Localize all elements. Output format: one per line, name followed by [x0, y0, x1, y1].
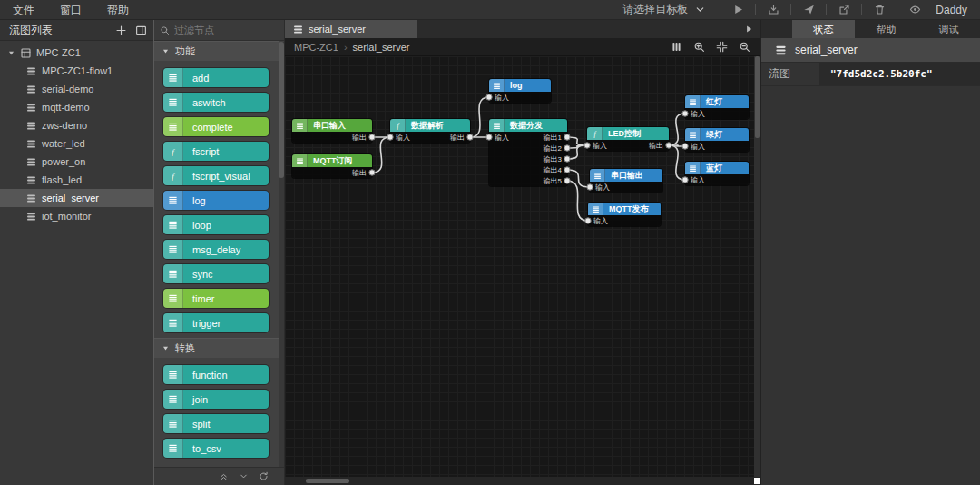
- node-title: 蓝灯: [701, 162, 722, 174]
- palette-node-msg_delay[interactable]: msg_delay: [163, 240, 269, 259]
- inspector-tab-调试[interactable]: 调试: [917, 20, 980, 38]
- node-port-row: 输入: [590, 182, 662, 193]
- tree-item-water_led[interactable]: water_led: [0, 134, 153, 153]
- palette-node-aswitch[interactable]: aswitch: [163, 93, 269, 112]
- menu-item-窗口[interactable]: 窗口: [47, 0, 94, 20]
- trash-icon[interactable]: [866, 0, 893, 20]
- list-icon: [163, 68, 183, 87]
- eye-icon[interactable]: [901, 0, 928, 20]
- input-port-label: 输入: [691, 109, 705, 119]
- palette-list: 功能addaswitchcompleteffscriptffscript_vis…: [154, 41, 284, 467]
- palette-node-label: timer: [183, 293, 214, 304]
- node-header: MQTT发布: [588, 203, 661, 215]
- flow-node-mqtt_sub[interactable]: MQTT订阅输出: [292, 154, 372, 178]
- inspector-tab-状态[interactable]: 状态: [792, 20, 855, 38]
- palette-section-转换[interactable]: 转换: [154, 338, 279, 358]
- flow-icon: [25, 156, 37, 168]
- node-header: fLED控制: [587, 127, 669, 140]
- palette-node-sync[interactable]: sync: [163, 264, 269, 283]
- zoom-in-icon[interactable]: [691, 40, 706, 54]
- palette-node-add[interactable]: add: [163, 68, 269, 87]
- send-icon[interactable]: [795, 0, 822, 20]
- flow-node-led_ctrl[interactable]: fLED控制输入输出: [587, 127, 669, 151]
- play-icon[interactable]: [724, 0, 751, 20]
- flow-node-log[interactable]: log输入: [489, 79, 551, 103]
- list-icon: [685, 95, 701, 108]
- palette-node-trigger[interactable]: trigger: [163, 313, 269, 332]
- tree-item-flash_led[interactable]: flash_led: [0, 171, 153, 189]
- flow-icon: [25, 193, 37, 204]
- palette-node-loop[interactable]: loop: [163, 215, 269, 234]
- output-port-label: 输出1: [544, 133, 562, 143]
- zoom-out-icon[interactable]: [737, 40, 751, 54]
- refresh-palette-icon[interactable]: [255, 470, 271, 484]
- list-icon: [685, 162, 701, 174]
- flow-node-serial_out[interactable]: 串口输出输入: [590, 169, 662, 193]
- palette-node-join[interactable]: join: [163, 390, 269, 409]
- palette-node-complete[interactable]: complete: [163, 117, 269, 136]
- tree-item-zws-demo[interactable]: zws-demo: [0, 116, 153, 134]
- palette-node-fscript_visual[interactable]: ffscript_visual: [163, 166, 269, 185]
- flow-icon: [25, 174, 37, 186]
- breadcrumb-root[interactable]: MPC-ZC1: [294, 42, 338, 53]
- flow-node-parse[interactable]: f数据解析输入输出: [390, 119, 470, 143]
- inspector-row: 流图"7fd5d2c2.5b20fc": [761, 63, 980, 86]
- palette-node-function[interactable]: function: [163, 365, 269, 384]
- canvas-hscrollbar[interactable]: [285, 477, 760, 485]
- caret-down-icon[interactable]: [7, 49, 15, 57]
- toolbar-separator: [720, 4, 720, 15]
- tab-serial-server[interactable]: serial_server: [285, 20, 417, 38]
- tree-item-MPC-ZC1-flow1[interactable]: MPC-ZC1-flow1: [0, 62, 153, 80]
- tree-item-root[interactable]: MPC-ZC1: [0, 44, 153, 62]
- node-port-row: 输入: [685, 141, 749, 152]
- output-port-label: 输出4: [544, 165, 562, 175]
- palette-node-to_csv[interactable]: to_csv: [163, 439, 269, 458]
- tab-scroll-right-icon[interactable]: [737, 20, 760, 38]
- tree-item-label: mqtt-demo: [42, 102, 90, 113]
- flow-icon: [25, 65, 37, 77]
- align-columns-icon[interactable]: [669, 40, 683, 54]
- target-board-select[interactable]: 请选择目标板: [613, 2, 716, 17]
- node-port-row: 输入: [489, 92, 551, 103]
- collapse-all-icon[interactable]: [215, 470, 231, 484]
- node-title: 红灯: [701, 95, 722, 108]
- user-name[interactable]: Daddy: [928, 4, 980, 16]
- input-port-label: 输入: [396, 133, 410, 143]
- palette-node-log[interactable]: log: [163, 191, 269, 210]
- flow-node-mqtt_pub[interactable]: MQTT发布输入: [588, 203, 661, 226]
- palette-section-功能[interactable]: 功能: [154, 41, 279, 61]
- hscroll-thumb[interactable]: [306, 479, 349, 483]
- menu-item-文件[interactable]: 文件: [0, 0, 47, 20]
- flow-node-blue_led[interactable]: 蓝灯输入: [685, 162, 749, 185]
- export-icon[interactable]: [830, 0, 858, 20]
- palette-node-timer[interactable]: timer: [163, 289, 269, 308]
- menu-item-帮助[interactable]: 帮助: [94, 0, 142, 20]
- flow-node-serial_in[interactable]: 串口输入输出: [292, 119, 372, 143]
- zoom-fit-icon[interactable]: [714, 40, 729, 54]
- tree-item-iot_monitor[interactable]: iot_monitor: [0, 207, 153, 225]
- flow-node-dispatch[interactable]: 数据分发输入输出1输出2输出3输出4输出5: [489, 119, 567, 186]
- deploy-icon[interactable]: [760, 0, 787, 20]
- search-input[interactable]: [174, 25, 279, 35]
- palette-node-label: sync: [183, 269, 213, 280]
- palette-node-split[interactable]: split: [163, 414, 269, 433]
- list-icon: [292, 154, 308, 167]
- breadcrumb-separator: ›: [344, 42, 348, 53]
- panel-toggle-icon[interactable]: [133, 23, 148, 37]
- flow-node-green_led[interactable]: 绿灯输入: [685, 128, 749, 152]
- tree-item-serial_server[interactable]: serial_server: [0, 189, 153, 207]
- tree-item-serial-demo[interactable]: serial-demo: [0, 80, 153, 98]
- tree-item-mqtt-demo[interactable]: mqtt-demo: [0, 98, 153, 116]
- canvas-vscrollbar[interactable]: [754, 56, 760, 477]
- inspector-tab-帮助[interactable]: 帮助: [855, 20, 917, 38]
- inspector-flow-name: serial_server: [795, 44, 858, 56]
- flow-node-red_led[interactable]: 红灯输入: [685, 95, 749, 119]
- palette-scrollbar[interactable]: [279, 42, 284, 467]
- inspector-panel: 状态帮助调试 serial_server 流图"7fd5d2c2.5b20fc": [760, 20, 980, 485]
- expand-all-icon[interactable]: [235, 470, 251, 484]
- flow-list-panel: 流图列表 MPC-ZC1MPC-ZC1-flow1serial-demomqtt…: [0, 20, 154, 485]
- tree-item-power_on[interactable]: power_on: [0, 153, 153, 171]
- flow-canvas[interactable]: 串口输入输出MQTT订阅输出f数据解析输入输出log输入数据分发输入输出1输出2…: [285, 56, 754, 477]
- palette-node-fscript[interactable]: ffscript: [163, 142, 269, 161]
- add-flow-icon[interactable]: [113, 23, 128, 37]
